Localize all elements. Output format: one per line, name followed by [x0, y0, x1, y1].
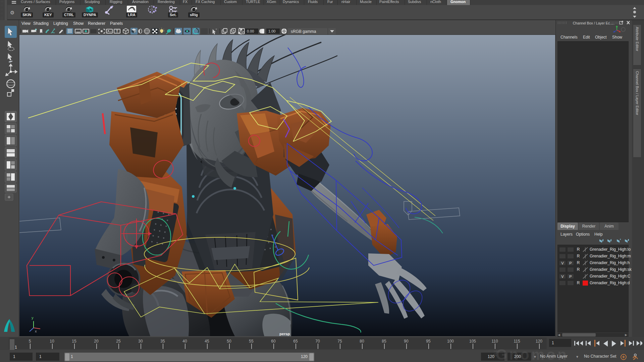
- svg-text:persp: persp: [279, 332, 290, 336]
- svg-text:1.00: 1.00: [268, 29, 275, 33]
- svg-text:T: T: [116, 29, 118, 33]
- svg-text:y: y: [32, 316, 34, 320]
- svg-text:sRGB gamma: sRGB gamma: [291, 29, 316, 34]
- svg-text:x: x: [35, 329, 37, 333]
- svg-text:0.00: 0.00: [247, 29, 254, 33]
